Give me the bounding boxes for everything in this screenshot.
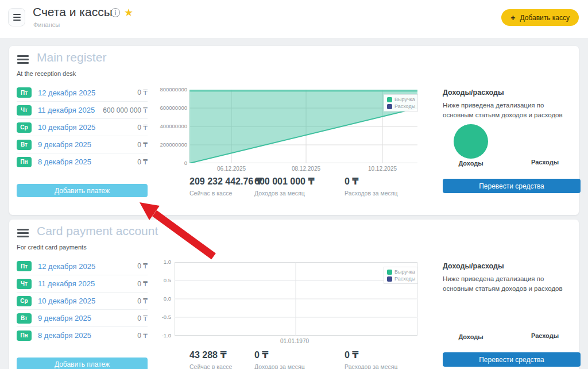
add-payment-button[interactable]: Добавить платеж — [17, 358, 148, 369]
y-axis-tick: -0.5 — [137, 314, 171, 320]
income-expense-heading: Доходы/расходы — [443, 89, 504, 97]
expense-label: Расходы — [526, 332, 564, 339]
x-axis-tick: 06.12.2025 — [211, 166, 252, 172]
date-link[interactable]: 11 декабря 2025 — [38, 106, 95, 114]
day-amount: 0 ₸ — [137, 158, 148, 166]
legend-label: Выручка — [394, 97, 415, 102]
date-link[interactable]: 11 декабря 2025 — [38, 279, 95, 288]
month-expense-value: 0 ₸ — [345, 176, 358, 187]
list-item[interactable]: Пн 8 декабря 2025 0 ₸ — [17, 326, 148, 344]
legend-label: Расходы — [394, 103, 415, 109]
month-expense-label: Расходов за месяц — [345, 190, 398, 197]
legend-label: Расходы — [394, 276, 415, 282]
month-income-value: 600 001 000 ₸ — [254, 176, 315, 187]
income-expense-description: Ниже приведена детализация по основным с… — [443, 101, 576, 120]
y-axis-tick: -1.0 — [137, 333, 171, 339]
list-item[interactable]: Чт 11 декабря 2025 600 000 000 ₸ — [17, 101, 148, 118]
y-axis-tick: 0.5 — [137, 278, 171, 283]
day-amount: 0 ₸ — [137, 124, 148, 132]
income-pie-chart — [454, 124, 488, 159]
date-link[interactable]: 12 декабря 2025 — [38, 89, 95, 97]
list-item[interactable]: Вт 9 декабря 2025 0 ₸ — [17, 136, 148, 153]
account-title[interactable]: Main register — [37, 51, 106, 64]
weekday-badge: Ср — [17, 296, 32, 306]
date-link[interactable]: 9 декабря 2025 — [38, 314, 91, 322]
list-item[interactable]: Пт 12 декабря 2025 0 ₸ — [17, 84, 148, 101]
list-item[interactable]: Чт 11 декабря 2025 0 ₸ — [17, 275, 148, 292]
empty-area-chart — [175, 262, 417, 336]
y-axis-tick: 1.0 — [137, 259, 171, 265]
cash-now-label: Сейчас в кассе — [189, 190, 232, 197]
account-subtitle: At the reception desk — [17, 70, 76, 77]
daily-balance-list: Пт 12 декабря 2025 0 ₸ Чт 11 декабря 202… — [17, 84, 148, 170]
cash-now-value: 43 288 ₸ — [189, 349, 227, 360]
card-menu-button[interactable] — [17, 229, 29, 237]
cash-now-value: 209 232 442.76 ₸ — [189, 176, 262, 187]
list-item[interactable]: Пн 8 декабря 2025 0 ₸ — [17, 153, 148, 170]
hamburger-menu-button[interactable] — [8, 8, 25, 26]
date-link[interactable]: 10 декабря 2025 — [38, 297, 95, 305]
page-title: Счета и кассы — [33, 5, 113, 19]
income-label: Доходы — [452, 160, 490, 167]
date-link[interactable]: 10 декабря 2025 — [38, 123, 95, 132]
chart-legend: Выручка Расходы — [384, 94, 418, 112]
plus-icon: + — [510, 13, 515, 22]
list-item[interactable]: Ср 10 декабря 2025 0 ₸ — [17, 118, 148, 136]
y-axis-tick: 600000000 — [153, 105, 187, 111]
month-income-label: Доходов за месяц — [254, 190, 305, 197]
list-item[interactable]: Пт 12 декабря 2025 0 ₸ — [17, 257, 148, 275]
info-icon[interactable]: i — [111, 8, 120, 17]
account-subtitle: For credit card payments — [17, 244, 87, 251]
month-income-value: 0 ₸ — [254, 349, 268, 360]
income-label: Доходы — [452, 333, 490, 340]
x-axis-tick: 08.12.2025 — [286, 166, 326, 172]
weekday-badge: Пн — [17, 330, 32, 341]
legend-swatch-revenue — [387, 97, 392, 102]
weekday-badge: Вт — [17, 313, 32, 324]
day-amount: 0 ₸ — [137, 141, 148, 149]
month-income-label: Доходов за месяц — [254, 363, 305, 369]
legend-swatch-expense — [387, 276, 392, 282]
y-axis-tick: 200000000 — [153, 142, 187, 148]
transfer-funds-button[interactable]: Перевести средства — [443, 179, 581, 193]
card-menu-button[interactable] — [17, 55, 29, 64]
weekday-badge: Чт — [17, 279, 32, 289]
expense-label: Расходы — [526, 159, 564, 166]
weekday-badge: Вт — [17, 140, 32, 150]
chart-legend: Выручка Расходы — [384, 267, 418, 284]
legend-swatch-revenue — [387, 270, 392, 275]
date-link[interactable]: 12 декабря 2025 — [38, 262, 95, 271]
y-axis-tick: 800000000 — [153, 87, 187, 93]
account-card-main-register: Main register At the reception desk Пт 1… — [9, 46, 579, 215]
legend-label: Выручка — [394, 269, 415, 275]
add-payment-button[interactable]: Добавить платеж — [17, 184, 148, 197]
x-axis-tick: 01.01.1970 — [274, 338, 315, 344]
daily-balance-list: Пт 12 декабря 2025 0 ₸ Чт 11 декабря 202… — [17, 257, 148, 344]
month-expense-label: Расходов за месяц — [345, 363, 398, 369]
legend-swatch-expense — [387, 104, 392, 109]
date-link[interactable]: 9 декабря 2025 — [38, 140, 91, 149]
month-expense-value: 0 ₸ — [345, 349, 358, 360]
list-item[interactable]: Вт 9 декабря 2025 0 ₸ — [17, 309, 148, 326]
account-title[interactable]: Card payment account — [37, 224, 158, 238]
add-cashbox-label: Добавить кассу — [520, 14, 570, 22]
date-link[interactable]: 8 декабря 2025 — [38, 331, 91, 340]
weekday-badge: Чт — [17, 105, 32, 116]
weekday-badge: Пн — [17, 157, 32, 167]
day-amount: 600 000 000 ₸ — [103, 106, 148, 114]
weekday-badge: Пт — [17, 261, 32, 271]
date-link[interactable]: 8 декабря 2025 — [38, 157, 91, 166]
favorite-star-icon[interactable]: ★ — [124, 8, 133, 17]
income-expense-description: Ниже приведена детализация по основным с… — [443, 274, 576, 293]
x-axis-tick: 10.12.2025 — [362, 166, 403, 172]
account-card-card-payment: Card payment account For credit card pay… — [9, 220, 579, 369]
y-axis-tick: 0.0 — [137, 296, 171, 302]
day-amount: 0 ₸ — [137, 89, 148, 97]
add-cashbox-button[interactable]: + Добавить кассу — [501, 9, 579, 26]
weekday-badge: Пт — [17, 87, 32, 98]
top-header: Счета и кассы i ★ Финансы + Добавить кас… — [0, 0, 588, 38]
cash-now-label: Сейчас в кассе — [189, 363, 232, 369]
list-item[interactable]: Ср 10 декабря 2025 0 ₸ — [17, 292, 148, 309]
transfer-funds-button[interactable]: Перевести средства — [443, 352, 581, 367]
hamburger-icon — [13, 14, 21, 15]
